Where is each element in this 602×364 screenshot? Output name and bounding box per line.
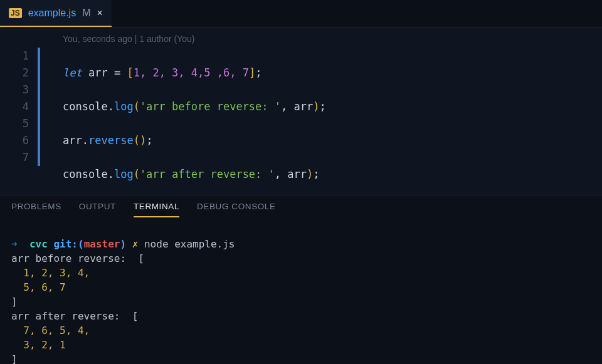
punct: . bbox=[108, 100, 114, 113]
close-icon[interactable]: × bbox=[97, 8, 103, 19]
line-number-gutter: 1 2 3 4 5 6 7 bbox=[0, 33, 38, 195]
identifier: console bbox=[63, 100, 108, 113]
string: 'arr before reverse: ' bbox=[140, 100, 281, 113]
operator: = bbox=[114, 66, 120, 79]
punct: , bbox=[275, 168, 287, 180]
punct: , bbox=[281, 100, 293, 113]
bracket: [ bbox=[127, 66, 133, 79]
punct: ; bbox=[255, 66, 261, 79]
tab-terminal[interactable]: TERMINAL bbox=[134, 202, 179, 217]
punct: . bbox=[82, 134, 88, 147]
prompt-paren: ) bbox=[120, 238, 126, 250]
string: 'arr after reverse: ' bbox=[140, 168, 275, 180]
punct: ; bbox=[320, 100, 326, 113]
method: log bbox=[114, 168, 134, 180]
line-number: 4 bbox=[0, 98, 29, 115]
punct: . bbox=[108, 168, 114, 180]
tab-filename: example.js bbox=[28, 8, 76, 19]
tab-debug-console[interactable]: DEBUG CONSOLE bbox=[197, 202, 276, 217]
prompt-arrow-icon: ➜ bbox=[11, 238, 18, 250]
code-editor[interactable]: 1 2 3 4 5 6 7 You, seconds ago | 1 autho… bbox=[0, 28, 602, 195]
terminal-output: arr before reverse: [ bbox=[11, 252, 144, 264]
identifier: arr bbox=[88, 66, 108, 79]
bracket: ] bbox=[249, 66, 255, 79]
terminal-output: ] bbox=[11, 353, 18, 364]
tab-bar: JS example.js M × bbox=[0, 0, 602, 28]
terminal-output: 1, 2, 3, 4, bbox=[11, 267, 90, 279]
line-number: 6 bbox=[0, 132, 29, 149]
terminal-output: 7, 6, 5, 4, bbox=[11, 325, 90, 336]
terminal-output: ] bbox=[11, 296, 18, 308]
line-number: 5 bbox=[0, 115, 29, 132]
gitlens-annotation[interactable]: You, seconds ago | 1 author (You) bbox=[48, 33, 602, 48]
method: log bbox=[114, 100, 134, 113]
identifier: arr bbox=[63, 134, 82, 147]
prompt-paren: ( bbox=[78, 238, 84, 250]
bottom-panel: PROBLEMS OUTPUT TERMINAL DEBUG CONSOLE ➜… bbox=[0, 195, 602, 364]
identifier: console bbox=[63, 168, 108, 180]
terminal-command: node example.js bbox=[144, 238, 235, 250]
js-file-icon: JS bbox=[9, 8, 22, 18]
line-number: 3 bbox=[0, 81, 29, 98]
punct: ; bbox=[313, 168, 319, 180]
identifier: arr bbox=[287, 168, 307, 180]
tab-problems[interactable]: PROBLEMS bbox=[11, 202, 61, 217]
terminal-output: 5, 6, 7 bbox=[11, 281, 66, 293]
line-number: 7 bbox=[0, 149, 29, 166]
tab-modified-badge: M bbox=[82, 8, 90, 19]
line-number: 2 bbox=[0, 65, 29, 81]
paren: ( bbox=[134, 134, 140, 147]
prompt-branch: master bbox=[84, 238, 120, 250]
paren: ) bbox=[313, 100, 319, 113]
paren: ) bbox=[307, 168, 313, 180]
punct: ; bbox=[146, 134, 152, 147]
method: reverse bbox=[88, 134, 134, 147]
code-content[interactable]: let arr = [1, 2, 3, 4,5 ,6, 7]; console.… bbox=[48, 48, 602, 183]
terminal-view[interactable]: ➜ cvc git:(master) ✗ node example.js arr… bbox=[0, 217, 602, 364]
number-list: 1, 2, 3, 4,5 ,6, 7 bbox=[134, 66, 249, 79]
prompt-dirty-icon: ✗ bbox=[132, 238, 139, 250]
prompt-dir: cvc bbox=[29, 238, 48, 250]
tab-output[interactable]: OUTPUT bbox=[79, 202, 116, 217]
paren: ( bbox=[134, 100, 140, 113]
code-area[interactable]: You, seconds ago | 1 author (You) let ar… bbox=[48, 33, 602, 195]
panel-tab-bar: PROBLEMS OUTPUT TERMINAL DEBUG CONSOLE bbox=[0, 195, 602, 217]
identifier: arr bbox=[294, 100, 314, 113]
tab-example-js[interactable]: JS example.js M × bbox=[0, 0, 112, 27]
editor-window: JS example.js M × 1 2 3 4 5 6 7 You, sec… bbox=[0, 0, 602, 364]
paren: ( bbox=[134, 168, 140, 180]
prompt-git: git: bbox=[53, 238, 78, 250]
terminal-output: 3, 2, 1 bbox=[11, 339, 66, 351]
git-modified-bar bbox=[38, 48, 40, 166]
paren: ) bbox=[140, 134, 146, 147]
keyword: let bbox=[63, 66, 82, 79]
terminal-output: arr after reverse: [ bbox=[11, 310, 138, 322]
line-number: 1 bbox=[0, 48, 29, 65]
